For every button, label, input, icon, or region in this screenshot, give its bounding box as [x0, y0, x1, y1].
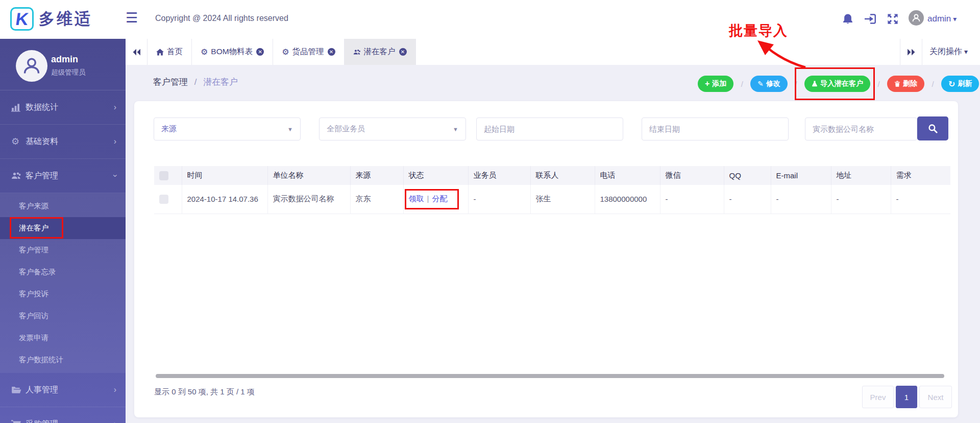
cell-demand: -	[891, 185, 950, 214]
bell-icon[interactable]	[842, 13, 853, 25]
submenu-invoice-request[interactable]: 发票申请	[0, 327, 126, 349]
copyright-text: Copyright @ 2024 All rights reserved	[155, 14, 288, 23]
submenu-customer-revisit[interactable]: 客户回访	[0, 305, 126, 327]
brand-logo: K 多维适	[10, 7, 92, 31]
close-icon[interactable]	[328, 48, 335, 56]
delete-button-label: 删除	[903, 79, 917, 88]
start-date-input[interactable]	[476, 118, 623, 140]
search-icon	[928, 124, 938, 133]
sidebar-item-hr-mgmt[interactable]: 人事管理	[0, 373, 126, 407]
sidebar-item-label: 人事管理	[26, 385, 58, 395]
gear-icon	[282, 48, 289, 56]
fullscreen-icon[interactable]	[887, 13, 898, 25]
users-icon	[353, 49, 361, 56]
cell-wechat: -	[660, 185, 724, 214]
sidebar-item-customer-mgmt[interactable]: 客户管理	[0, 159, 126, 193]
salesman-select[interactable]: 全部业务员	[319, 118, 466, 140]
row-checkbox[interactable]	[159, 195, 168, 204]
sidebar-item-base-data[interactable]: 基础资料	[0, 125, 126, 159]
import-button-label: 导入潜在客户	[820, 79, 863, 88]
edit-button[interactable]: 修改	[750, 76, 788, 92]
end-date-input[interactable]	[642, 118, 789, 140]
import-potential-customers-button[interactable]: 导入潜在客户	[804, 76, 870, 92]
tabs-scroll-right-button[interactable]	[900, 49, 922, 56]
prev-page-button[interactable]: Prev	[862, 386, 894, 408]
app-root: K 多维适 Copyright @ 2024 All rights reserv…	[0, 0, 980, 423]
toolbar-separator: /	[924, 80, 941, 88]
tabs-scroll-left-button[interactable]	[126, 39, 147, 65]
close-operations-dropdown[interactable]: 关闭操作	[922, 46, 980, 57]
sidebar-item-purchase-mgmt[interactable]: 采购管理	[0, 407, 126, 423]
user-dropdown[interactable]: admin	[927, 14, 957, 24]
caret-down-icon	[287, 126, 293, 132]
chevron-right-icon	[114, 419, 116, 423]
cell-status: 领取|分配	[403, 185, 468, 214]
user-avatar[interactable]	[909, 10, 924, 26]
close-icon[interactable]	[399, 48, 407, 56]
column-header: 状态	[403, 166, 468, 185]
submenu-customer-mgmt[interactable]: 客户管理	[0, 239, 126, 261]
tab-bar: 首页 BOM物料表 货品管理 潜在客户 关闭操作	[126, 39, 980, 65]
cell-source: 京东	[350, 185, 403, 214]
sign-out-icon[interactable]	[865, 13, 876, 25]
column-header: 需求	[891, 166, 950, 185]
assign-link[interactable]: 分配	[432, 194, 447, 203]
submenu-label: 潜在客户	[19, 224, 48, 232]
bar-chart-icon	[11, 103, 21, 112]
hamburger-menu-icon[interactable]	[126, 10, 138, 26]
column-header: 微信	[660, 166, 724, 185]
source-select[interactable]: 来源	[154, 118, 301, 140]
claim-link[interactable]: 领取	[409, 194, 424, 203]
breadcrumb-parent[interactable]: 客户管理	[153, 77, 188, 87]
cell-contact: 张生	[530, 185, 595, 214]
tab-goods-mgmt[interactable]: 货品管理	[273, 39, 344, 65]
next-page-button[interactable]: Next	[919, 386, 952, 408]
breadcrumb-current: 潜在客户	[203, 77, 238, 87]
sidebar-item-label: 采购管理	[26, 419, 58, 423]
customer-submenu: 客户来源 潜在客户 客户管理 客户备忘录 客户投诉 客户回访 发票申请 客户数据…	[0, 193, 126, 373]
sidebar-item-label: 基础资料	[26, 136, 58, 147]
submenu-customer-complaint[interactable]: 客户投诉	[0, 283, 126, 305]
sidebar-avatar[interactable]	[16, 50, 47, 82]
trash-icon	[894, 81, 900, 87]
caret-down-icon	[453, 126, 458, 132]
search-button[interactable]	[917, 116, 948, 140]
add-button[interactable]: 添加	[698, 76, 733, 92]
sidebar-item-label: 数据统计	[26, 102, 58, 113]
page-1-button[interactable]: 1	[896, 386, 917, 408]
tab-potential-customers[interactable]: 潜在客户	[344, 39, 416, 65]
tab-label: 首页	[167, 46, 183, 57]
tab-bom-materials[interactable]: BOM物料表	[191, 39, 273, 65]
brand-name: 多维适	[39, 8, 92, 30]
gear-icon	[201, 48, 208, 56]
refresh-button[interactable]: 刷新	[941, 76, 979, 92]
table-row: 2024-10-17 14.07.36 寅示数据公司名称 京东 领取|分配 - …	[154, 185, 950, 214]
logo-k-icon: K	[10, 7, 34, 31]
flask-icon	[812, 81, 818, 87]
top-header: K 多维适 Copyright @ 2024 All rights reserv…	[0, 0, 980, 39]
chevron-down-icon	[110, 174, 119, 177]
sidebar-item-label: 客户管理	[26, 171, 58, 181]
tab-home[interactable]: 首页	[147, 39, 191, 65]
sidebar-user-name: admin	[51, 54, 78, 65]
close-icon[interactable]	[256, 48, 264, 56]
submenu-customer-data-stats[interactable]: 客户数据统计	[0, 349, 126, 371]
cell-email: -	[771, 185, 831, 214]
add-button-label: 添加	[712, 79, 726, 88]
breadcrumb-separator: /	[194, 77, 197, 87]
column-header: 联系人	[530, 166, 595, 185]
tab-label: BOM物料表	[211, 46, 253, 57]
company-name-input[interactable]	[805, 118, 917, 140]
horizontal-scrollbar[interactable]	[156, 374, 944, 378]
cart-icon	[11, 419, 21, 423]
sidebar-user-role: 超级管理员	[51, 68, 86, 77]
tab-label: 潜在客户	[364, 46, 396, 57]
submenu-potential-customers[interactable]: 潜在客户	[0, 217, 126, 239]
select-all-checkbox[interactable]	[159, 171, 168, 180]
submenu-customer-source[interactable]: 客户来源	[0, 195, 126, 217]
sidebar-user-panel: admin 超级管理员	[0, 39, 126, 90]
delete-button[interactable]: 删除	[887, 76, 924, 92]
breadcrumb: 客户管理 / 潜在客户	[153, 76, 238, 88]
submenu-customer-memo[interactable]: 客户备忘录	[0, 261, 126, 283]
sidebar-item-data-stats[interactable]: 数据统计	[0, 90, 126, 125]
